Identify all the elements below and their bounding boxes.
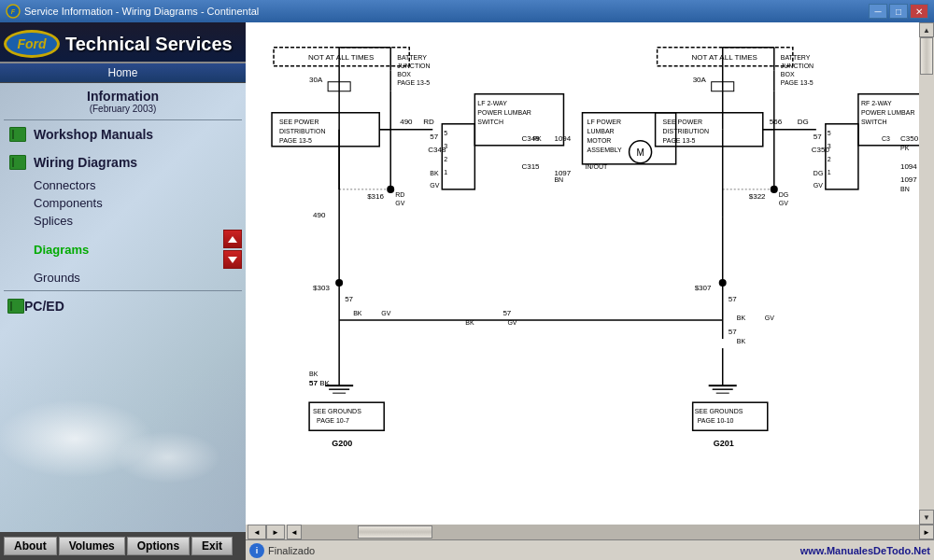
svg-text:$316: $316: [367, 192, 384, 201]
svg-text:BN: BN: [554, 176, 563, 183]
svg-text:BN: BN: [900, 186, 910, 192]
svg-text:57: 57: [430, 133, 438, 141]
svg-text:566: 566: [770, 118, 783, 126]
scroll-right-page-button[interactable]: ►: [266, 525, 285, 539]
svg-text:G200: G200: [332, 439, 352, 448]
svg-text:SEE POWER: SEE POWER: [279, 119, 318, 125]
exit-button[interactable]: Exit: [191, 537, 233, 555]
svg-text:SWITCH: SWITCH: [477, 119, 503, 125]
svg-text:ASSEMBLY: ASSEMBLY: [587, 147, 623, 153]
app-icon: F: [6, 4, 21, 19]
svg-text:57: 57: [729, 295, 737, 303]
svg-text:GV: GV: [507, 319, 517, 326]
svg-text:GV: GV: [765, 315, 774, 321]
svg-text:RF 2-WAY: RF 2-WAY: [861, 100, 892, 106]
svg-text:1: 1: [444, 169, 447, 175]
svg-text:GV: GV: [381, 310, 390, 316]
hscroll-thumb[interactable]: [358, 525, 432, 539]
sidebar-item-components[interactable]: Components: [0, 194, 246, 212]
statusbar: i Finalizado www.ManualesDeTodo.Net: [246, 539, 934, 560]
svg-text:BK: BK: [465, 319, 474, 326]
svg-text:SEE POWER: SEE POWER: [663, 119, 702, 125]
svg-text:DG: DG: [779, 191, 788, 198]
svg-text:POWER LUMBAR: POWER LUMBAR: [477, 109, 531, 116]
svg-text:NOT AT ALL TIMES: NOT AT ALL TIMES: [692, 53, 757, 62]
ford-logo: Ford: [4, 30, 60, 58]
svg-text:5: 5: [444, 130, 447, 136]
scroll-up-button[interactable]: [223, 230, 242, 248]
scroll-thumb[interactable]: [920, 37, 933, 75]
hscroll-left-button[interactable]: ◄: [287, 525, 302, 539]
divider-2: [4, 290, 242, 291]
sidebar-item-wiring[interactable]: Wiring Diagrams: [0, 148, 246, 176]
home-button[interactable]: Home: [0, 63, 246, 83]
svg-text:1094: 1094: [554, 134, 571, 143]
svg-text:PAGE 13-5: PAGE 13-5: [663, 137, 696, 144]
sidebar-item-splices[interactable]: Splices: [0, 212, 246, 230]
sidebar-item-diagrams[interactable]: Diagrams: [0, 241, 223, 259]
svg-text:BK: BK: [309, 371, 318, 377]
svg-text:30A: 30A: [309, 76, 323, 84]
svg-text:30A: 30A: [693, 76, 707, 84]
svg-text:LUMBAR: LUMBAR: [587, 128, 615, 134]
svg-text:C350: C350: [900, 134, 919, 143]
options-button[interactable]: Options: [127, 537, 190, 555]
svg-text:RD: RD: [423, 118, 434, 126]
svg-text:490: 490: [313, 211, 326, 219]
svg-text:JUNCTION: JUNCTION: [397, 63, 430, 69]
svg-text:F: F: [11, 8, 16, 15]
svg-text:BK: BK: [430, 170, 439, 176]
svg-text:PAGE 13-5: PAGE 13-5: [397, 79, 430, 86]
svg-text:DG: DG: [798, 118, 809, 126]
scroll-down-button[interactable]: ▼: [919, 510, 934, 525]
svg-text:GV: GV: [814, 182, 823, 189]
svg-text:3: 3: [444, 143, 447, 149]
minimize-button[interactable]: ─: [869, 4, 887, 19]
svg-text:GV: GV: [395, 200, 404, 206]
main-container: Ford Technical Services Home Information…: [0, 22, 934, 560]
about-button[interactable]: About: [4, 537, 57, 555]
svg-text:BOX: BOX: [397, 71, 411, 77]
svg-text:$322: $322: [749, 192, 766, 201]
sidebar-item-connectors[interactable]: Connectors: [0, 176, 246, 194]
svg-text:1097: 1097: [900, 175, 917, 184]
scroll-down-button[interactable]: [223, 250, 242, 269]
close-button[interactable]: ✕: [910, 4, 928, 19]
scroll-left-page-button[interactable]: ◄: [248, 525, 266, 539]
svg-text:C315: C315: [521, 162, 540, 171]
svg-text:3: 3: [828, 143, 831, 149]
svg-text:490: 490: [400, 118, 413, 126]
window-title: Service Information - Wiring Diagrams - …: [24, 6, 869, 17]
svg-text:JUNCTION: JUNCTION: [781, 63, 814, 69]
sidebar-item-pced[interactable]: PC/ED: [0, 295, 246, 317]
vertical-scrollbar: ▲ ▼: [919, 22, 934, 525]
svg-text:57: 57: [729, 328, 737, 336]
status-icon: i: [249, 543, 264, 558]
sidebar-item-workshop[interactable]: Workshop Manuals: [0, 120, 246, 148]
volumes-button[interactable]: Volumes: [59, 537, 125, 555]
svg-text:IN/OUT: IN/OUT: [586, 163, 608, 170]
svg-point-53: [387, 186, 394, 193]
svg-text:C3: C3: [882, 135, 890, 142]
svg-text:RD: RD: [395, 191, 404, 198]
svg-text:DG: DG: [814, 170, 823, 176]
sidebar-item-grounds[interactable]: Grounds: [0, 269, 246, 287]
svg-text:$307: $307: [695, 284, 712, 292]
svg-text:LF 2-WAY: LF 2-WAY: [477, 100, 507, 106]
svg-text:BK: BK: [353, 310, 362, 316]
horizontal-scrollbar: ◄ ► ◄ ►: [246, 525, 934, 539]
scroll-track: [919, 37, 934, 510]
hscroll-right-button[interactable]: ►: [919, 525, 934, 539]
svg-text:BOX: BOX: [781, 71, 795, 77]
svg-text:SWITCH: SWITCH: [861, 119, 887, 125]
svg-text:GV: GV: [430, 182, 439, 189]
svg-text:DISTRIBUTION: DISTRIBUTION: [279, 128, 325, 134]
svg-text:DISTRIBUTION: DISTRIBUTION: [663, 128, 709, 134]
svg-text:MOTOR: MOTOR: [587, 137, 612, 144]
svg-text:LF POWER: LF POWER: [587, 119, 622, 125]
maximize-button[interactable]: □: [889, 4, 908, 19]
scroll-up-button[interactable]: ▲: [919, 22, 934, 37]
svg-text:57: 57: [345, 295, 353, 303]
svg-text:SEE GROUNDS: SEE GROUNDS: [313, 408, 361, 414]
svg-text:BK: BK: [737, 338, 746, 344]
